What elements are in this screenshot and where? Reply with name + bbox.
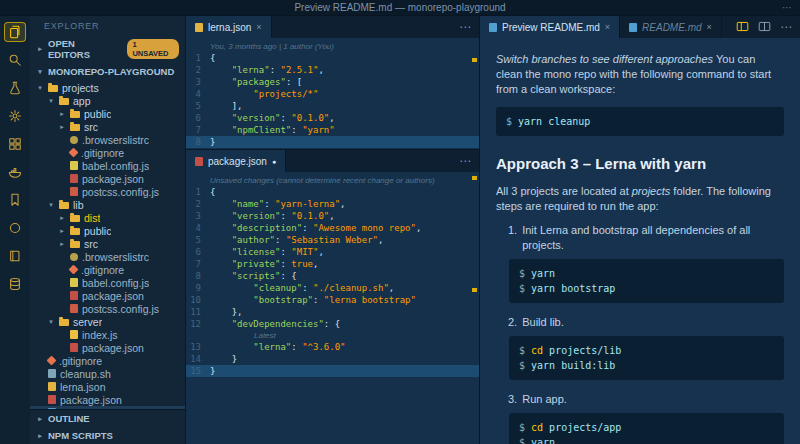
tree-file-lerna.json[interactable]: lerna.json [30, 380, 185, 393]
tree-folder-app[interactable]: ▾app [30, 94, 185, 107]
tree-item-label: .gitignore [81, 264, 124, 276]
workspace-root-label: MONOREPO-PLAYGROUND [48, 66, 174, 77]
line-number: 6 [186, 246, 210, 258]
tree-file-babel.config.js[interactable]: babel.config.js [30, 276, 185, 289]
split-editor-icon[interactable] [758, 20, 771, 35]
tree-folder-lib[interactable]: ▾lib [30, 198, 185, 211]
tab-package-json[interactable]: package.json ● [186, 150, 286, 172]
markdown-preview[interactable]: Switch branches to see different approac… [480, 38, 800, 444]
chevron-right-icon: ▸ [58, 110, 66, 118]
code-line: 5 "author": "Sebastian Weber", [186, 234, 479, 246]
tree-file-cleanup.sh[interactable]: cleanup.sh [30, 367, 185, 380]
tree-folder-public[interactable]: ▸public [30, 107, 185, 120]
list-text: Build lib. [522, 315, 564, 330]
preview-pane: Preview README.md × README.md × ⋯ Switch… [480, 16, 800, 444]
tree-folder-server[interactable]: ▾server [30, 315, 185, 328]
more-actions-icon[interactable]: ⋯ [780, 20, 792, 34]
tree-file-index.js[interactable]: index.js [30, 328, 185, 341]
tree-file-babel.config.js[interactable]: babel.config.js [30, 159, 185, 172]
preview-actions: ⋯ [728, 16, 800, 38]
modified-dot-icon[interactable]: ● [272, 158, 276, 165]
tab-readme[interactable]: README.md × [620, 16, 722, 38]
npm-scripts-header[interactable]: ▸ NPM SCRIPTS [30, 427, 185, 444]
tree-file-.gitignore[interactable]: .gitignore [30, 354, 185, 367]
editor-lerna-json[interactable]: You, 3 months ago | 1 author (You)1{2 "l… [186, 38, 479, 149]
tree-item-label: index.js [82, 329, 118, 341]
activity-extensions[interactable] [4, 134, 26, 154]
tree-file-.gitignore[interactable]: .gitignore [30, 146, 185, 159]
tree-item-label: projects [62, 82, 99, 94]
gitlens-annotation: You, 3 months ago | 1 author (You) [186, 41, 479, 52]
file-tree: ▾projects▾app▸public▸src.browserslistrc.… [30, 80, 185, 409]
open-editors-header[interactable]: ▸ OPEN EDITORS 1 UNSAVED [30, 35, 185, 63]
tree-item-label: babel.config.js [82, 160, 149, 172]
open-preview-icon[interactable] [736, 20, 749, 35]
version-lens-annotation: Latest [186, 330, 479, 341]
editor-package-json[interactable]: Unsaved changes (cannot determine recent… [186, 172, 479, 444]
preview-list-item: 2.Build lib. [496, 315, 784, 330]
line-number: 5 [186, 234, 210, 246]
tree-folder-src[interactable]: ▸src [30, 120, 185, 133]
extensions-icon [8, 137, 22, 151]
activity-database[interactable] [4, 274, 26, 294]
folder-icon [48, 85, 58, 92]
close-icon[interactable]: × [605, 22, 610, 32]
chevron-right-icon: ▸ [58, 227, 66, 235]
activity-circle[interactable] [4, 218, 26, 238]
folder-icon [59, 319, 69, 326]
activity-book[interactable] [4, 246, 26, 266]
tree-file-package.json[interactable]: package.json [30, 393, 185, 406]
activity-docker[interactable] [4, 162, 26, 182]
workspace-root-header[interactable]: ▾ MONOREPO-PLAYGROUND [30, 63, 185, 80]
activity-bookmark[interactable] [4, 190, 26, 210]
tree-file-package.json[interactable]: package.json [30, 172, 185, 185]
markdown-file-icon [489, 23, 497, 32]
tree-item-label: server [73, 316, 102, 328]
folder-icon [70, 241, 80, 248]
chevron-right-icon: ▸ [58, 240, 66, 248]
tree-item-label: .gitignore [81, 147, 124, 159]
editor-group-bottom: package.json ● ⋯ Unsaved changes (cannot… [186, 150, 479, 444]
tree-file-.browserslistrc[interactable]: .browserslistrc [30, 250, 185, 263]
tree-file-postcss.config.js[interactable]: postcss.config.js [30, 185, 185, 198]
activity-gear[interactable] [4, 106, 26, 126]
close-icon[interactable]: × [256, 22, 261, 32]
chevron-down-icon: ▾ [47, 201, 55, 209]
code-line: 9 "cleanup": "./cleanup.sh", [186, 282, 479, 294]
line-number: 4 [186, 88, 210, 100]
line-number: 8 [186, 270, 210, 282]
activity-explorer[interactable] [4, 22, 26, 42]
tree-item-label: babel.config.js [82, 277, 149, 289]
tree-item-label: lerna.json [60, 381, 106, 393]
tree-file-.browserslistrc[interactable]: .browserslistrc [30, 133, 185, 146]
circle-icon [8, 221, 22, 235]
editor-more-actions-icon[interactable]: ⋯ [451, 16, 479, 38]
tree-file-.gitignore[interactable]: .gitignore [30, 263, 185, 276]
postcss-file-icon [70, 187, 78, 196]
window-more-icon[interactable]: ⋯ [782, 2, 792, 13]
tree-item-label: package.json [82, 173, 144, 185]
outline-header[interactable]: ▸ OUTLINE [30, 410, 185, 427]
npm-file-icon [70, 343, 78, 352]
code-line: 2 "lerna": "2.5.1", [186, 64, 479, 76]
editor-more-actions-icon[interactable]: ⋯ [451, 150, 479, 172]
activity-search[interactable] [4, 50, 26, 70]
tree-folder-dist[interactable]: ▸dist [30, 211, 185, 224]
tree-folder-projects[interactable]: ▾projects [30, 81, 185, 94]
line-number: 1 [186, 186, 210, 198]
line-number: 6 [186, 112, 210, 124]
tree-file-package.json[interactable]: package.json [30, 341, 185, 354]
tab-lerna-json[interactable]: lerna.json × [186, 16, 272, 38]
tree-file-package.json[interactable]: package.json [30, 289, 185, 302]
tree-folder-src[interactable]: ▸src [30, 237, 185, 250]
activity-beaker[interactable] [4, 78, 26, 98]
tab-preview-readme[interactable]: Preview README.md × [480, 16, 620, 38]
tree-folder-public[interactable]: ▸public [30, 224, 185, 237]
outline-label: OUTLINE [48, 413, 90, 424]
tree-item-label: package.json [82, 342, 144, 354]
close-icon[interactable]: × [707, 22, 712, 32]
tree-file-postcss.config.js[interactable]: postcss.config.js [30, 302, 185, 315]
git-file-icon [69, 148, 79, 158]
chevron-right-icon: ▸ [58, 214, 66, 222]
overview-ruler-mark [472, 288, 477, 292]
